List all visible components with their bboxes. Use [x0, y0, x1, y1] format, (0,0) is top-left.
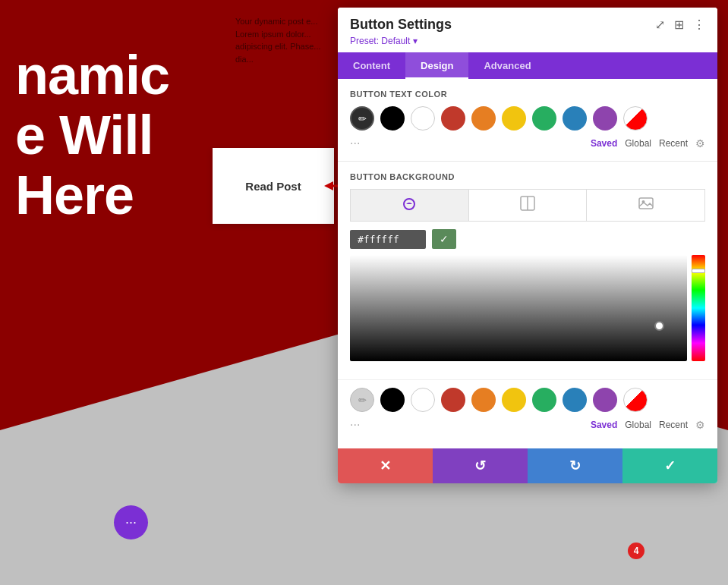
color-black[interactable] [380, 106, 405, 131]
dots-icon: ··· [125, 514, 137, 530]
panel-tabs: Content Design Advanced [338, 52, 717, 79]
button-settings-panel: Button Settings ⤢ ⊞ ⋮ Preset: Default Co… [338, 8, 717, 483]
bg-more-dots[interactable]: ··· [350, 418, 360, 432]
confirm-hex-button[interactable]: ✓ [432, 229, 456, 249]
solid-bg-tab[interactable] [351, 190, 469, 221]
panel-header: Button Settings ⤢ ⊞ ⋮ Preset: Default [338, 8, 717, 46]
read-post-card[interactable]: Read Post [213, 148, 334, 224]
settings-gear-icon[interactable]: ⚙ [695, 137, 705, 149]
redo-button[interactable]: ↻ [528, 448, 622, 483]
bg-black[interactable] [380, 388, 405, 412]
tab-content[interactable]: Content [338, 52, 405, 79]
bg-yellow[interactable] [502, 388, 526, 412]
bg-blue[interactable] [563, 388, 587, 412]
svg-marker-1 [324, 181, 333, 190]
bg-recent-label[interactable]: Recent [659, 420, 688, 430]
solid-icon [402, 197, 417, 215]
more-dots[interactable]: ··· [350, 137, 360, 150]
color-green[interactable] [532, 106, 556, 131]
bg-red[interactable] [441, 388, 465, 412]
read-post-label: Read Post [245, 180, 301, 193]
dynamic-text-snippet: Your dynamic post e... Lorem ipsum dolor… [235, 15, 334, 65]
gradient-icon [520, 196, 535, 215]
expand-icon[interactable]: ⤢ [655, 17, 665, 32]
bg-settings-gear-icon[interactable]: ⚙ [695, 419, 705, 431]
bg-saved-label[interactable]: Saved [591, 420, 617, 430]
preset-dropdown[interactable]: Preset: Default [350, 36, 705, 46]
picker-icon: ✏ [358, 113, 367, 124]
panel-header-icons: ⤢ ⊞ ⋮ [655, 17, 705, 32]
bg-text-line3: Here [15, 165, 169, 225]
bg-type-tabs [350, 189, 705, 222]
bg-color-swatches: ✏ [350, 388, 705, 412]
bg-orange[interactable] [471, 388, 496, 412]
bg-picker-icon: ✏ [358, 395, 367, 406]
bg-picker-swatch[interactable]: ✏ [350, 388, 374, 412]
color-picker-area: ✓ [350, 229, 705, 361]
hex-row: ✓ [350, 229, 705, 249]
color-red[interactable] [441, 106, 465, 131]
reset-icon: ↺ [474, 458, 486, 474]
color-blue[interactable] [563, 106, 587, 131]
gradient-picker-wrapper [350, 255, 705, 361]
divider [338, 161, 717, 162]
panel-title: Button Settings [350, 17, 452, 33]
hex-input[interactable] [350, 230, 426, 249]
bg-text-line2: e Will [15, 105, 169, 165]
panel-footer: ✕ ↺ ↻ ✓ [338, 448, 717, 483]
reset-button[interactable]: ↺ [433, 448, 528, 483]
bg-saved-row: ··· Saved Global Recent ⚙ [350, 418, 705, 432]
recent-label[interactable]: Recent [659, 138, 688, 149]
image-bg-tab[interactable] [587, 190, 704, 221]
bottom-color-section: ✏ ··· Saved Global Recent ⚙ [338, 379, 717, 448]
hue-handle[interactable] [692, 269, 705, 273]
more-icon[interactable]: ⋮ [693, 17, 705, 32]
hue-slider[interactable] [692, 255, 705, 361]
image-icon [638, 196, 654, 215]
tab-advanced[interactable]: Advanced [468, 52, 546, 79]
dots-button[interactable]: ··· [114, 505, 148, 539]
columns-icon[interactable]: ⊞ [674, 17, 684, 32]
color-white[interactable] [411, 106, 435, 131]
global-label[interactable]: Global [625, 138, 651, 149]
button-text-color-label: Button Text Color [350, 90, 705, 99]
color-picker-swatch[interactable]: ✏ [350, 106, 374, 131]
saturation-brightness-picker[interactable] [350, 255, 687, 361]
svg-rect-5 [639, 198, 653, 209]
bg-purple[interactable] [593, 388, 617, 412]
badge-4: 4 [628, 543, 644, 559]
bg-global-label[interactable]: Global [625, 420, 651, 430]
text-color-swatches: ✏ [350, 106, 705, 131]
bg-green[interactable] [532, 388, 556, 412]
redo-icon: ↻ [569, 458, 581, 474]
text-color-saved-row: ··· Saved Global Recent ⚙ [350, 137, 705, 150]
cancel-icon: ✕ [380, 458, 391, 474]
panel-body: Button Text Color ✏ ··· Saved Global Rec… [338, 79, 717, 379]
confirm-icon: ✓ [664, 458, 676, 474]
saturation-handle[interactable] [654, 321, 664, 331]
bg-transparent[interactable] [623, 388, 648, 412]
background-text: namic e Will Here [15, 46, 169, 226]
cancel-button[interactable]: ✕ [338, 448, 433, 483]
panel-header-top: Button Settings ⤢ ⊞ ⋮ [350, 17, 705, 33]
confirm-button[interactable]: ✓ [622, 448, 717, 483]
bg-text-line1: namic [15, 46, 169, 105]
color-orange[interactable] [471, 106, 496, 131]
color-purple[interactable] [593, 106, 617, 131]
color-yellow[interactable] [502, 106, 526, 131]
button-bg-label: Button Background [350, 172, 705, 181]
bg-white[interactable] [411, 388, 435, 412]
color-transparent[interactable] [623, 106, 648, 131]
gradient-bg-tab[interactable] [469, 190, 588, 221]
saved-label[interactable]: Saved [591, 138, 617, 149]
tab-design[interactable]: Design [405, 52, 468, 79]
